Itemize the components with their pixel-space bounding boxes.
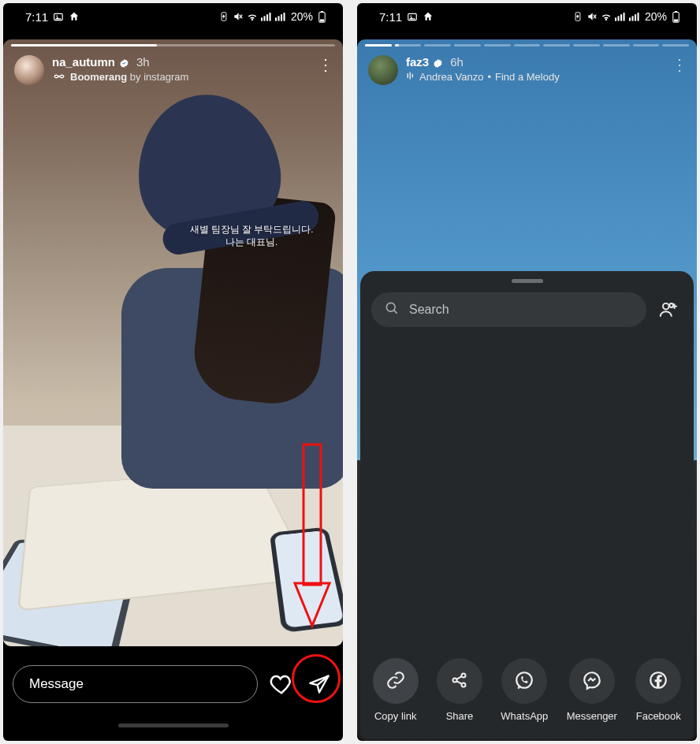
battery-icon [316,11,327,22]
share-copy-link[interactable]: Copy link [373,658,419,722]
svg-point-39 [663,303,669,310]
svg-rect-32 [675,11,677,13]
share-facebook[interactable]: Facebook [635,658,681,722]
search-input[interactable]: Search [371,292,646,327]
photo-cap [128,85,288,245]
link-icon [385,670,406,693]
svg-point-44 [461,673,465,677]
share-sheet: Search Copy link [360,271,694,739]
mute-icon [586,11,598,22]
svg-rect-34 [408,73,409,78]
share-button[interactable] [305,670,333,698]
story-progress [365,44,689,46]
signal-icon [261,11,272,22]
battery-saver-icon [572,11,583,22]
avatar[interactable] [368,55,398,85]
battery-percent: 20% [291,10,313,23]
svg-rect-35 [410,72,411,79]
svg-point-19 [411,15,412,17]
battery-percent: 20% [645,10,667,23]
message-input[interactable]: Message [13,665,258,703]
sheet-handle[interactable] [512,279,543,283]
share-icon [450,671,469,692]
svg-point-45 [461,683,465,686]
share-messenger[interactable]: Messenger [567,658,617,722]
image-icon [407,11,418,22]
status-bar: 7:11 20% [3,3,343,30]
signal2-icon [275,11,286,22]
verified-icon [433,58,443,68]
verified-icon [119,58,129,68]
status-time: 7:11 [25,10,48,24]
story-sub-prefix: Boomerang [70,71,127,83]
svg-line-47 [456,681,462,684]
status-time: 7:11 [379,10,402,24]
svg-point-43 [452,678,456,682]
home-icon [423,11,434,22]
mute-icon [233,11,244,22]
phone-left: 7:11 20% [3,3,343,741]
svg-point-48 [517,672,533,688]
like-button[interactable] [267,670,296,698]
message-placeholder: Message [29,676,84,692]
story-time: 3h [136,55,150,70]
wifi-icon [601,11,612,22]
svg-rect-30 [637,13,639,21]
whatsapp-icon [514,670,534,693]
story-header: faz3 6h Andrea Vanzo • Find a Melody ⋮ [368,55,689,85]
avatar[interactable] [14,55,44,85]
add-person-button[interactable] [654,296,683,324]
music-title[interactable]: Find a Melody [495,71,560,84]
svg-rect-23 [615,17,616,20]
phone-right: 7:11 20% [357,3,697,741]
svg-point-1 [57,15,58,17]
signal-icon [615,11,626,22]
story-sub-suffix: by instagram [130,71,188,83]
svg-rect-12 [283,13,285,21]
svg-rect-6 [263,16,265,20]
battery-icon [670,11,681,22]
svg-rect-33 [673,19,677,21]
image-icon [53,11,64,22]
svg-rect-26 [623,13,624,21]
svg-rect-7 [266,14,268,20]
svg-rect-14 [321,11,323,13]
svg-line-46 [456,676,462,679]
svg-rect-27 [629,17,631,20]
status-bar: 7:11 20% [357,3,697,30]
story-username[interactable]: na_autumn [52,55,115,70]
story-footer: Message [13,665,333,703]
story-viewport[interactable]: na_autumn 3h Boomerang by instagram [3,39,343,646]
story-progress [11,44,335,46]
story-header: na_autumn 3h Boomerang by instagram [14,55,335,85]
svg-rect-15 [319,19,323,21]
boomerang-icon [52,71,66,84]
more-icon[interactable]: ⋮ [670,55,689,74]
story-caption: 새별 팀장님 잘 부탁드립니다. 나는 대표님. [169,223,334,248]
story-username[interactable]: faz3 [406,55,429,70]
svg-rect-9 [275,17,277,20]
more-icon[interactable]: ⋮ [316,55,335,74]
svg-rect-25 [620,14,622,20]
svg-rect-29 [635,14,636,20]
home-icon [69,11,80,22]
share-generic[interactable]: Share [437,658,482,722]
wifi-icon [247,11,258,22]
svg-rect-11 [281,14,282,20]
story-time: 6h [450,55,464,70]
share-whatsapp[interactable]: WhatsApp [501,658,548,722]
svg-rect-28 [631,16,633,20]
battery-saver-icon [218,11,229,22]
svg-rect-5 [261,17,262,20]
search-placeholder: Search [409,303,449,317]
music-icon [406,71,415,84]
search-icon [384,300,400,319]
facebook-icon [648,670,668,693]
messenger-icon [582,670,602,693]
signal2-icon [629,11,640,22]
svg-line-38 [394,311,397,314]
music-artist[interactable]: Andrea Vanzo [419,71,483,84]
svg-point-37 [386,303,395,311]
svg-rect-10 [277,16,279,20]
svg-rect-36 [412,74,414,78]
